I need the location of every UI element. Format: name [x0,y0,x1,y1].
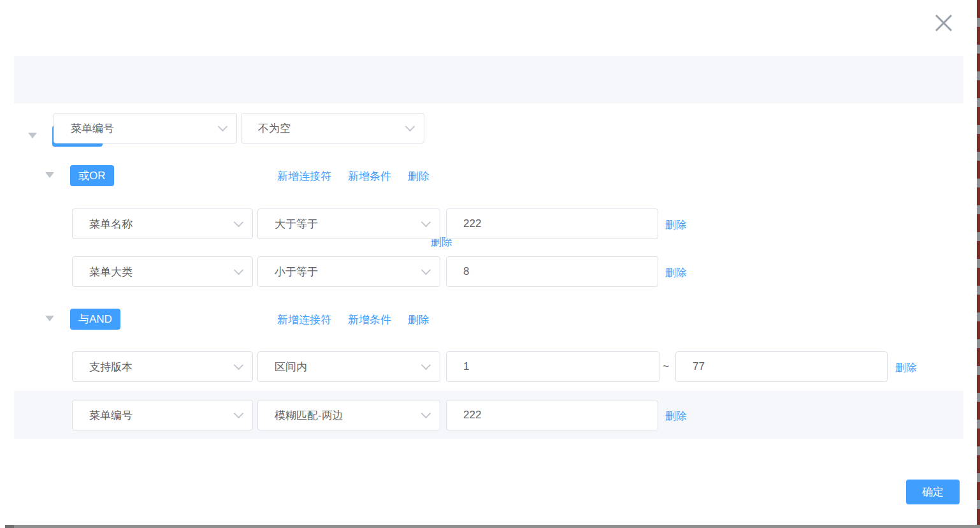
field-select[interactable]: 菜单编号 [54,113,237,143]
field-select-value: 菜单大类 [89,265,133,279]
connector-row-or: 或OR 新增连接符 新增条件 删除 [0,161,980,191]
add-connector-link[interactable]: 新增连接符 [277,169,331,184]
add-connector-link[interactable]: 新增连接符 [277,312,331,327]
range-from-input[interactable] [446,351,659,382]
connector-row-root: 与AND 新增连接符 新增条件 [0,56,980,103]
field-select[interactable]: 菜单大类 [72,256,253,287]
delete-condition-link[interactable]: 删除 [895,360,917,375]
chevron-down-icon [218,122,228,132]
close-button[interactable] [932,11,956,35]
right-edge-decoration [977,0,980,528]
operator-select-value: 不为空 [258,121,291,136]
delete-connector-link[interactable]: 删除 [408,312,429,327]
field-select-value: 菜单编号 [89,408,133,423]
value-input[interactable] [446,209,658,239]
range-to-input[interactable] [675,351,888,382]
close-icon [934,13,953,33]
operator-select[interactable]: 大于等于 [257,209,440,239]
field-select-value: 菜单名称 [89,217,133,231]
operator-select[interactable]: 模糊匹配-两边 [257,400,440,430]
confirm-button[interactable]: 确定 [906,480,960,504]
condition-row-highlighted: 菜单编号 模糊匹配-两边 删除 [0,391,980,439]
chevron-down-icon [421,409,431,419]
horizontal-scrollbar[interactable] [5,525,980,528]
field-select[interactable]: 支持版本 [72,351,253,382]
connector-row-background [14,56,963,103]
add-condition-link[interactable]: 新增条件 [348,312,391,327]
collapse-arrow-icon[interactable] [45,172,54,178]
range-separator: ~ [663,360,669,373]
field-select-value: 支持版本 [89,360,133,374]
operator-select[interactable]: 小于等于 [257,256,440,287]
connector-badge-or[interactable]: 或OR [70,165,114,186]
chevron-down-icon [421,217,431,228]
collapse-arrow-icon[interactable] [45,316,54,321]
value-input[interactable] [446,400,658,430]
operator-select-value: 区间内 [275,360,307,374]
operator-select[interactable]: 区间内 [257,351,440,382]
chevron-down-icon [234,217,244,228]
chevron-down-icon [234,409,244,419]
condition-row: 菜单名称 大于等于 删除 [0,209,980,239]
condition-row-range: 支持版本 区间内 ~ 删除 [0,351,980,382]
delete-condition-link[interactable]: 删除 [665,409,687,423]
connector-row-and: 与AND 新增连接符 新增条件 删除 [0,304,980,335]
condition-row: 菜单编号 不为空 删除 [0,113,980,143]
value-input[interactable] [446,256,658,287]
operator-select-value: 大于等于 [275,217,318,231]
operator-select[interactable]: 不为空 [241,113,424,143]
chevron-down-icon [421,265,431,275]
chevron-down-icon [405,122,415,132]
delete-condition-link[interactable]: 删除 [665,217,687,232]
add-condition-link[interactable]: 新增条件 [348,169,391,184]
field-select[interactable]: 菜单编号 [72,400,253,430]
connector-badge-and[interactable]: 与AND [70,309,120,330]
delete-condition-link[interactable]: 删除 [665,265,687,280]
delete-connector-link[interactable]: 删除 [408,169,429,184]
chevron-down-icon [234,265,244,275]
operator-select-value: 模糊匹配-两边 [275,408,343,423]
chevron-down-icon [234,360,244,370]
operator-select-value: 小于等于 [275,265,318,279]
chevron-down-icon [421,360,431,370]
filter-builder-dialog: 与AND 新增连接符 新增条件 菜单编号 不为空 删除 或OR 新增连接符 新增… [0,0,980,528]
field-select[interactable]: 菜单名称 [72,209,253,239]
condition-row: 菜单大类 小于等于 删除 [0,256,980,287]
field-select-value: 菜单编号 [71,121,114,136]
